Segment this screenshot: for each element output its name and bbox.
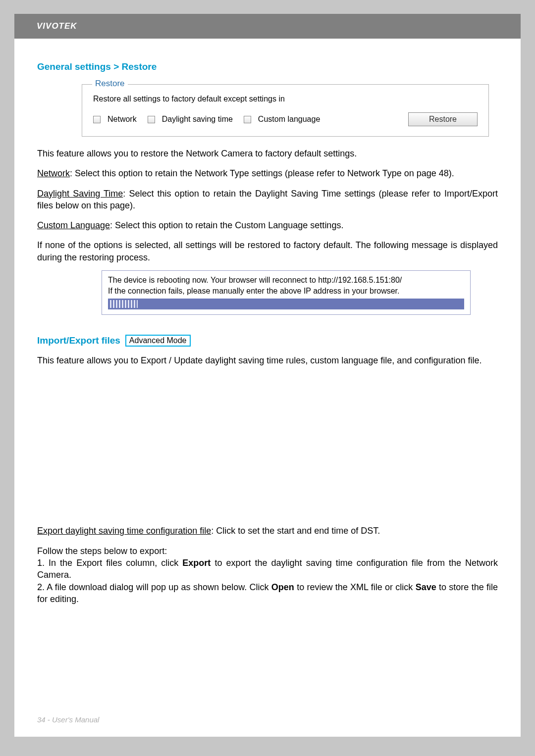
page-footer: 34 - User's Manual	[14, 714, 521, 725]
step1-bold: Export	[182, 558, 211, 568]
lang-option-text: : Select this option to retain the Custo…	[110, 220, 343, 230]
checkbox-network[interactable]	[93, 116, 101, 123]
restore-button[interactable]: Restore	[408, 112, 478, 126]
checkbox-label-dst: Daylight saving time	[162, 115, 233, 124]
restore-description: Restore all settings to factory default …	[93, 95, 478, 103]
step2-mid: to review the XML file or click	[294, 582, 416, 592]
footer-text: 34 - User's Manual	[37, 715, 99, 724]
restore-fieldset: Restore Restore all settings to factory …	[82, 84, 489, 137]
manual-page: VIVOTEK General settings > Restore Resto…	[14, 14, 521, 737]
dst-option-label: Daylight Saving Time	[37, 189, 123, 199]
advanced-mode-badge: Advanced Mode	[125, 335, 191, 347]
step1-pre: 1. In the Export files column, click	[37, 558, 182, 568]
checkbox-label-custom-language: Custom language	[258, 115, 320, 124]
reboot-line2: If the connection fails, please manually…	[108, 287, 464, 296]
steps-intro: Follow the steps below to export:	[37, 545, 498, 557]
restore-button-label: Restore	[429, 115, 457, 124]
section-title-import-export: Import/Export files	[37, 335, 120, 346]
step-2: 2. A file download dialog will pop up as…	[37, 581, 498, 605]
step-1: 1. In the Export files column, click Exp…	[37, 557, 498, 581]
reboot-message-box: The device is rebooting now. Your browse…	[102, 270, 471, 315]
import-export-intro: This feature allows you to Export / Upda…	[37, 354, 498, 366]
blank-space	[37, 366, 498, 525]
import-export-heading-row: Import/Export files Advanced Mode	[37, 335, 498, 347]
page-header: VIVOTEK	[14, 14, 521, 39]
reboot-line1: The device is rebooting now. Your browse…	[108, 276, 464, 285]
restore-legend: Restore	[92, 79, 128, 89]
lang-option-paragraph: Custom Language: Select this option to r…	[37, 219, 498, 231]
network-option-paragraph: Network: Select this option to retain th…	[37, 167, 498, 179]
section-title-restore: General settings > Restore	[37, 61, 498, 72]
export-dst-text: : Click to set the start and end time of…	[211, 526, 380, 536]
brand-logo: VIVOTEK	[37, 21, 77, 31]
restore-options-row: Network Daylight saving time Custom lang…	[93, 112, 478, 126]
step2-bold1: Open	[271, 582, 294, 592]
checkbox-dst[interactable]	[148, 116, 155, 123]
export-dst-label: Export daylight saving time configuratio…	[37, 526, 211, 536]
restore-intro-text: This feature allows you to restore the N…	[37, 148, 498, 159]
network-option-text: : Select this option to retain the Netwo…	[70, 168, 454, 178]
progress-stripes-icon	[110, 300, 138, 308]
page-content: General settings > Restore Restore Resto…	[14, 61, 521, 605]
dst-option-paragraph: Daylight Saving Time: Select this option…	[37, 188, 498, 212]
none-selected-text: If none of the options is selected, all …	[37, 239, 498, 263]
step2-pre: 2. A file download dialog will pop up as…	[37, 582, 271, 592]
checkbox-label-network: Network	[107, 115, 137, 124]
export-dst-paragraph: Export daylight saving time configuratio…	[37, 525, 498, 537]
lang-option-label: Custom Language	[37, 220, 110, 230]
network-option-label: Network	[37, 168, 70, 178]
checkbox-custom-language[interactable]	[244, 116, 251, 123]
reboot-progress-bar	[108, 299, 464, 309]
step2-bold2: Save	[416, 582, 436, 592]
